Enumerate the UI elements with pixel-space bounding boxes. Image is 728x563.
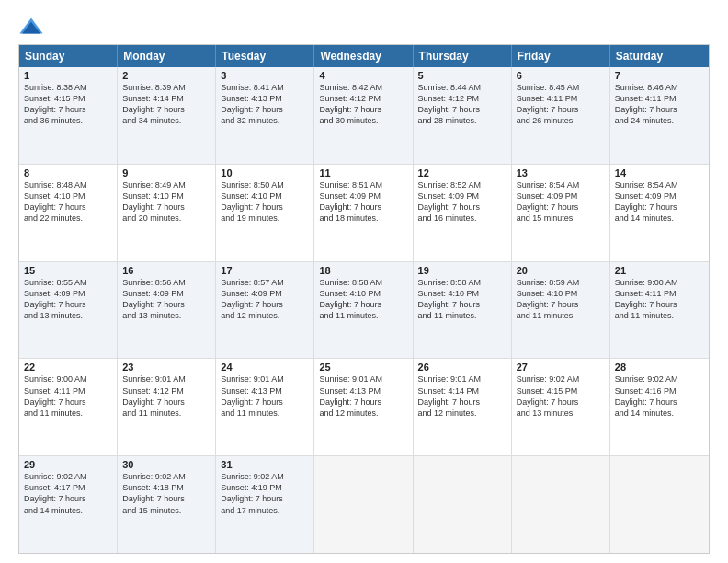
day-number: 21 [615, 265, 704, 276]
cell-text: Sunrise: 8:51 AM Sunset: 4:09 PM Dayligh… [319, 179, 407, 224]
day-number: 30 [122, 459, 210, 470]
cell-text: Sunrise: 8:59 AM Sunset: 4:10 PM Dayligh… [517, 277, 605, 322]
cell-text: Sunrise: 8:42 AM Sunset: 4:12 PM Dayligh… [319, 82, 407, 127]
cell-text: Sunrise: 8:56 AM Sunset: 4:09 PM Dayligh… [122, 277, 210, 322]
calendar-week-1: 1Sunrise: 8:38 AM Sunset: 4:15 PM Daylig… [19, 67, 709, 164]
day-number: 27 [517, 362, 605, 373]
day-number: 14 [615, 167, 704, 178]
cell-text: Sunrise: 9:02 AM Sunset: 4:17 PM Dayligh… [24, 471, 112, 516]
cell-text: Sunrise: 9:01 AM Sunset: 4:13 PM Dayligh… [221, 373, 309, 419]
calendar-cell: 14Sunrise: 8:54 AM Sunset: 4:09 PM Dayli… [610, 165, 709, 261]
day-number: 1 [24, 70, 112, 81]
day-number: 26 [418, 362, 506, 373]
calendar-week-4: 22Sunrise: 9:00 AM Sunset: 4:11 PM Dayli… [19, 358, 709, 455]
calendar-cell: 10Sunrise: 8:50 AM Sunset: 4:10 PM Dayli… [216, 165, 314, 261]
calendar-cell: 22Sunrise: 9:00 AM Sunset: 4:11 PM Dayli… [19, 359, 118, 455]
calendar-cell [414, 456, 512, 553]
cell-text: Sunrise: 9:01 AM Sunset: 4:14 PM Dayligh… [418, 373, 506, 419]
calendar-cell: 9Sunrise: 8:49 AM Sunset: 4:10 PM Daylig… [118, 165, 216, 261]
calendar-cell: 20Sunrise: 8:59 AM Sunset: 4:10 PM Dayli… [512, 262, 610, 359]
day-number: 11 [319, 167, 407, 178]
header [18, 15, 710, 35]
calendar-cell [314, 456, 413, 553]
day-number: 4 [319, 70, 407, 81]
day-number: 18 [319, 265, 407, 276]
calendar-cell: 26Sunrise: 9:01 AM Sunset: 4:14 PM Dayli… [414, 359, 512, 455]
calendar-week-3: 15Sunrise: 8:55 AM Sunset: 4:09 PM Dayli… [19, 261, 709, 359]
calendar-cell [610, 456, 709, 553]
calendar-cell: 21Sunrise: 9:00 AM Sunset: 4:11 PM Dayli… [610, 262, 709, 359]
cell-text: Sunrise: 8:44 AM Sunset: 4:12 PM Dayligh… [418, 82, 506, 127]
day-number: 20 [517, 265, 605, 276]
day-number: 9 [122, 167, 210, 178]
cell-text: Sunrise: 8:46 AM Sunset: 4:11 PM Dayligh… [615, 82, 704, 127]
calendar-header-row: SundayMondayTuesdayWednesdayThursdayFrid… [19, 45, 709, 67]
cell-text: Sunrise: 9:02 AM Sunset: 4:18 PM Dayligh… [122, 471, 210, 516]
calendar-cell: 19Sunrise: 8:58 AM Sunset: 4:10 PM Dayli… [414, 262, 512, 359]
calendar-cell: 11Sunrise: 8:51 AM Sunset: 4:09 PM Dayli… [314, 165, 413, 261]
cell-text: Sunrise: 8:39 AM Sunset: 4:14 PM Dayligh… [122, 82, 210, 127]
calendar-cell: 15Sunrise: 8:55 AM Sunset: 4:09 PM Dayli… [19, 262, 118, 359]
calendar-cell: 16Sunrise: 8:56 AM Sunset: 4:09 PM Dayli… [118, 262, 216, 359]
day-number: 16 [122, 265, 210, 276]
day-number: 3 [221, 70, 309, 81]
calendar: SundayMondayTuesdayWednesdayThursdayFrid… [18, 44, 710, 554]
day-number: 24 [221, 362, 309, 373]
cell-text: Sunrise: 9:01 AM Sunset: 4:13 PM Dayligh… [319, 373, 407, 419]
cell-text: Sunrise: 8:45 AM Sunset: 4:11 PM Dayligh… [517, 82, 605, 127]
cell-text: Sunrise: 8:38 AM Sunset: 4:15 PM Dayligh… [24, 82, 112, 127]
calendar-cell: 12Sunrise: 8:52 AM Sunset: 4:09 PM Dayli… [414, 165, 512, 261]
day-number: 12 [418, 167, 506, 178]
cell-text: Sunrise: 8:55 AM Sunset: 4:09 PM Dayligh… [24, 277, 112, 322]
cell-text: Sunrise: 8:52 AM Sunset: 4:09 PM Dayligh… [418, 179, 506, 224]
calendar-cell: 27Sunrise: 9:02 AM Sunset: 4:15 PM Dayli… [512, 359, 610, 455]
calendar-header-saturday: Saturday [610, 45, 709, 67]
calendar-week-5: 29Sunrise: 9:02 AM Sunset: 4:17 PM Dayli… [19, 455, 709, 553]
calendar-cell: 30Sunrise: 9:02 AM Sunset: 4:18 PM Dayli… [118, 456, 216, 553]
cell-text: Sunrise: 9:01 AM Sunset: 4:12 PM Dayligh… [122, 373, 210, 419]
calendar-header-friday: Friday [512, 45, 610, 67]
day-number: 19 [418, 265, 506, 276]
cell-text: Sunrise: 9:02 AM Sunset: 4:19 PM Dayligh… [221, 471, 309, 516]
calendar-cell: 6Sunrise: 8:45 AM Sunset: 4:11 PM Daylig… [512, 67, 610, 164]
cell-text: Sunrise: 9:00 AM Sunset: 4:11 PM Dayligh… [615, 277, 704, 322]
calendar-week-2: 8Sunrise: 8:48 AM Sunset: 4:10 PM Daylig… [19, 164, 709, 261]
calendar-header-tuesday: Tuesday [216, 45, 314, 67]
cell-text: Sunrise: 9:02 AM Sunset: 4:15 PM Dayligh… [517, 373, 605, 419]
day-number: 13 [517, 167, 605, 178]
calendar-cell: 2Sunrise: 8:39 AM Sunset: 4:14 PM Daylig… [118, 67, 216, 164]
day-number: 15 [24, 265, 112, 276]
calendar-cell: 1Sunrise: 8:38 AM Sunset: 4:15 PM Daylig… [19, 67, 118, 164]
day-number: 6 [517, 70, 605, 81]
day-number: 10 [221, 167, 309, 178]
calendar-cell: 13Sunrise: 8:54 AM Sunset: 4:09 PM Dayli… [512, 165, 610, 261]
day-number: 31 [221, 459, 309, 470]
cell-text: Sunrise: 8:41 AM Sunset: 4:13 PM Dayligh… [221, 82, 309, 127]
cell-text: Sunrise: 8:58 AM Sunset: 4:10 PM Dayligh… [418, 277, 506, 322]
cell-text: Sunrise: 8:58 AM Sunset: 4:10 PM Dayligh… [319, 277, 407, 322]
logo-icon [18, 17, 44, 35]
day-number: 8 [24, 167, 112, 178]
day-number: 2 [122, 70, 210, 81]
calendar-cell: 4Sunrise: 8:42 AM Sunset: 4:12 PM Daylig… [314, 67, 413, 164]
page: SundayMondayTuesdayWednesdayThursdayFrid… [0, 0, 728, 563]
cell-text: Sunrise: 8:48 AM Sunset: 4:10 PM Dayligh… [24, 179, 112, 224]
calendar-cell: 5Sunrise: 8:44 AM Sunset: 4:12 PM Daylig… [414, 67, 512, 164]
calendar-cell [512, 456, 610, 553]
calendar-cell: 29Sunrise: 9:02 AM Sunset: 4:17 PM Dayli… [19, 456, 118, 553]
cell-text: Sunrise: 9:00 AM Sunset: 4:11 PM Dayligh… [24, 373, 112, 419]
logo [18, 15, 48, 35]
cell-text: Sunrise: 8:54 AM Sunset: 4:09 PM Dayligh… [517, 179, 605, 224]
calendar-cell: 23Sunrise: 9:01 AM Sunset: 4:12 PM Dayli… [118, 359, 216, 455]
cell-text: Sunrise: 9:02 AM Sunset: 4:16 PM Dayligh… [615, 373, 704, 419]
cell-text: Sunrise: 8:57 AM Sunset: 4:09 PM Dayligh… [221, 277, 309, 322]
cell-text: Sunrise: 8:54 AM Sunset: 4:09 PM Dayligh… [615, 179, 704, 224]
day-number: 25 [319, 362, 407, 373]
calendar-cell: 24Sunrise: 9:01 AM Sunset: 4:13 PM Dayli… [216, 359, 314, 455]
day-number: 23 [122, 362, 210, 373]
day-number: 22 [24, 362, 112, 373]
day-number: 29 [24, 459, 112, 470]
cell-text: Sunrise: 8:49 AM Sunset: 4:10 PM Dayligh… [122, 179, 210, 224]
calendar-cell: 8Sunrise: 8:48 AM Sunset: 4:10 PM Daylig… [19, 165, 118, 261]
cell-text: Sunrise: 8:50 AM Sunset: 4:10 PM Dayligh… [221, 179, 309, 224]
